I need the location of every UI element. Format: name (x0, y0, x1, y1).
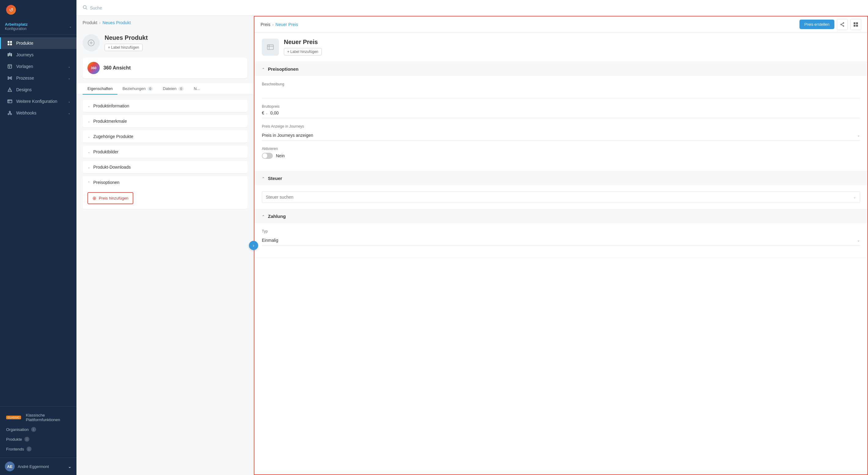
produkte-bottom-item[interactable]: Produkte i (0, 434, 76, 444)
workspace-chevron-icon: ⌄ (69, 25, 71, 28)
sidebar-item-journeys-label: Journeys (16, 52, 70, 57)
share-button[interactable] (837, 19, 848, 30)
produktinformation-chevron-icon: ⌄ (88, 104, 90, 108)
sidebar-item-produkte[interactable]: Produkte (0, 37, 76, 49)
section-produktmerkmale: ⌄ Produktmerkmale (83, 115, 247, 127)
frontends-info-icon[interactable]: i (27, 447, 31, 451)
preis-hinzufuegen-button[interactable]: ⊕ Preis hinzufügen (88, 192, 133, 204)
bruttopreis-label: Bruttopreis (262, 105, 860, 109)
svg-rect-4 (8, 53, 9, 56)
avatar: AE (5, 462, 15, 471)
design-icon (7, 87, 12, 92)
section-produkt-downloads-header[interactable]: ⌄ Produkt-Downloads (83, 161, 247, 173)
sidebar-item-designs[interactable]: Designs (0, 84, 76, 95)
svg-point-23 (8, 114, 9, 115)
tab-beziehungen[interactable]: Beziehungen 0 (118, 83, 158, 95)
sidebar-item-prozesse-label: Prozesse (16, 76, 64, 81)
sidebar-item-weitere[interactable]: Weitere Konfiguration ⌄ (0, 95, 76, 107)
rp-section-steuer-header[interactable]: ⌄ Steuer (254, 171, 867, 185)
preis-anzeige-field: Preis Anzeige in Journeys Preis in Journ… (262, 124, 860, 141)
panel-toggle-button[interactable]: › (249, 241, 258, 250)
frontends-label: Frontends (6, 447, 24, 451)
sidebar-item-webhooks[interactable]: Webhooks ⌄ (0, 107, 76, 119)
user-chevron-icon: ⌄ (68, 464, 71, 469)
sections-container: ⌄ Produktinformation ⌄ Produktmerkmale ⌄ (76, 95, 253, 475)
rp-steuer-title: Steuer (268, 176, 282, 181)
section-produktbilder-header[interactable]: ⌄ Produktbilder (83, 146, 247, 158)
rp-zahlung-title: Zahlung (268, 214, 286, 219)
weitere-chevron-icon: ⌄ (68, 100, 70, 103)
section-produktmerkmale-header[interactable]: ⌄ Produktmerkmale (83, 115, 247, 127)
classic-item[interactable]: CLASSIC Klassische Plattformfunktionen (0, 410, 76, 424)
config-icon (7, 98, 12, 104)
organisation-label: Organisation (6, 427, 29, 432)
section-produktinformation-header[interactable]: ⌄ Produktinformation (83, 100, 247, 112)
organisation-info-icon[interactable]: i (31, 427, 36, 432)
produkte-info-icon[interactable]: i (25, 437, 29, 442)
beschreibung-input[interactable] (262, 88, 860, 98)
aktivieren-toggle[interactable] (262, 153, 273, 159)
produktbilder-chevron-icon: ⌄ (88, 150, 90, 154)
grid-view-button[interactable] (850, 19, 861, 30)
sidebar-item-produkte-label: Produkte (16, 41, 70, 46)
app-logo: ↺ (6, 5, 16, 15)
price-value: 0,00 (270, 111, 860, 115)
tab-dateien[interactable]: Dateien 0 (158, 83, 189, 95)
steuer-search-input[interactable] (266, 195, 853, 200)
workspace-row[interactable]: Arbeitsplatz Konfiguration ⌄ (5, 22, 71, 31)
product-header: Neues Produkt + Label hinzufügen (76, 29, 253, 58)
section-preisoptionen-header[interactable]: ⌄ Preisoptionen (83, 176, 247, 188)
rp-breadcrumb-separator-icon: › (272, 22, 274, 27)
svg-line-27 (86, 8, 87, 9)
beschreibung-label: Beschreibung (262, 82, 860, 86)
user-section[interactable]: AE André Eggermont ⌄ (0, 457, 76, 475)
aktivieren-field: Aktivieren Nein (262, 147, 860, 159)
svg-rect-40 (267, 45, 273, 50)
sidebar-item-vorlagen[interactable]: Vorlagen ⌄ (0, 61, 76, 72)
sidebar-nav: Produkte Journeys Vorlagen ⌄ (0, 35, 76, 407)
rp-section-zahlung: ⌄ Zahlung Typ Einmalig ⌄ (254, 209, 867, 258)
webhooks-chevron-icon: ⌄ (68, 111, 70, 115)
product-info: Neues Produkt + Label hinzufügen (104, 34, 247, 51)
rp-section-preisoptionen-header[interactable]: ⌄ Preisoptionen (254, 62, 867, 76)
svg-rect-3 (10, 43, 12, 45)
currency-select[interactable]: € ⌄ (262, 111, 268, 115)
product-name: Neues Produkt (104, 34, 247, 41)
preisoptionen-title: Preisoptionen (93, 180, 120, 185)
section-produktinformation: ⌄ Produktinformation (83, 100, 247, 112)
tab-dateien-badge: 0 (178, 87, 184, 91)
rp-section-zahlung-header[interactable]: ⌄ Zahlung (254, 209, 867, 223)
toggle-nein-label: Nein (276, 153, 285, 158)
topbar: Suche (76, 0, 868, 16)
tabs: Eigenschaften Beziehungen 0 Dateien 0 N.… (83, 83, 247, 95)
rp-add-label-button[interactable]: + Label hinzufügen (284, 48, 322, 55)
typ-select[interactable]: Einmalig ⌄ (262, 235, 860, 245)
breadcrumb-current[interactable]: Neues Produkt (102, 20, 131, 25)
svg-line-35 (842, 25, 843, 26)
process-icon (7, 75, 12, 81)
add-label-button[interactable]: + Label hinzufügen (104, 44, 143, 51)
rp-steuer-chevron-icon: ⌄ (262, 176, 265, 181)
beschreibung-field: Beschreibung (262, 82, 860, 98)
rp-preisoptionen-body: Beschreibung Bruttopreis € ⌄ 0 (254, 76, 867, 171)
sidebar-item-journeys[interactable]: Journeys (0, 49, 76, 61)
zugehoerige-chevron-icon: ⌄ (88, 135, 90, 139)
prozesse-chevron-icon: ⌄ (68, 77, 70, 80)
svg-line-15 (9, 78, 9, 78)
price-row: € ⌄ 0,00 (262, 111, 860, 118)
webhook-icon (7, 110, 12, 116)
section-zugehoerige-header[interactable]: ⌄ Zugehörige Produkte (83, 130, 247, 143)
tab-notizen[interactable]: N... (189, 83, 205, 95)
section-produkt-downloads: ⌄ Produkt-Downloads (83, 161, 247, 173)
svg-point-26 (83, 5, 86, 8)
workspace-section[interactable]: Arbeitsplatz Konfiguration ⌄ (0, 20, 76, 35)
organisation-item[interactable]: Organisation i (0, 424, 76, 434)
frontends-item[interactable]: Frontends i (0, 444, 76, 454)
svg-rect-7 (8, 65, 11, 68)
preis-anzeige-select[interactable]: Preis in Journeys anzeigen ⌄ (262, 130, 860, 141)
sidebar-item-prozesse[interactable]: Prozesse ⌄ (0, 72, 76, 84)
preis-erstellen-button[interactable]: Preis erstellen (800, 20, 834, 29)
tab-eigenschaften[interactable]: Eigenschaften (83, 83, 118, 95)
rp-preisoptionen-title: Preisoptionen (268, 66, 299, 71)
user-name: André Eggermont (18, 464, 65, 469)
